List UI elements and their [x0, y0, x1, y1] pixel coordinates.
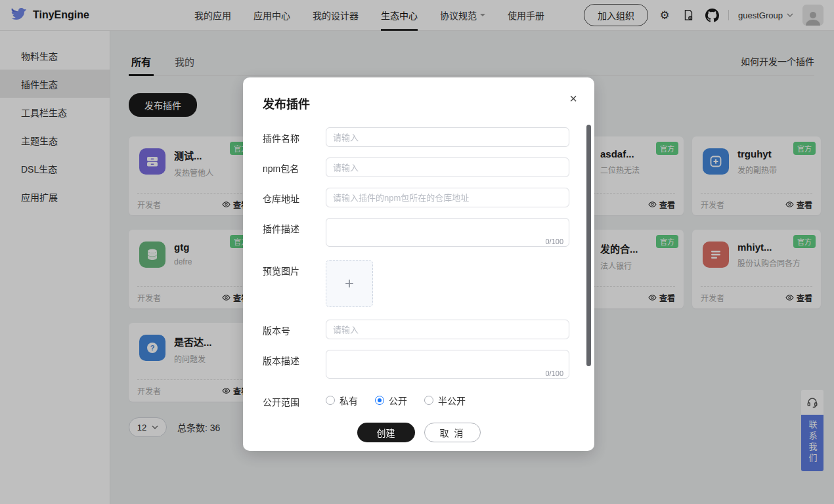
radio-private[interactable]: 私有	[326, 394, 358, 407]
field-label: 版本描述	[263, 350, 326, 367]
field-label: 仓库地址	[263, 188, 326, 205]
plugin-name-input[interactable]	[326, 127, 569, 147]
plugin-description-textarea[interactable]	[326, 218, 569, 247]
field-label: npm包名	[263, 158, 326, 175]
create-button[interactable]: 创建	[357, 423, 415, 442]
field-label: 插件名称	[263, 127, 326, 144]
repo-address-input[interactable]	[326, 188, 569, 207]
field-label: 插件描述	[263, 218, 326, 235]
close-icon[interactable]: ×	[569, 92, 577, 105]
field-label: 版本号	[263, 320, 326, 337]
char-counter: 0/100	[545, 238, 563, 245]
char-counter: 0/100	[545, 369, 563, 377]
modal-title: 发布插件	[263, 94, 575, 112]
version-description-textarea[interactable]	[326, 350, 569, 379]
publish-plugin-modal: × 发布插件 插件名称 npm包名 仓库地址 插件描述 0/100 预览图片 +…	[243, 77, 594, 451]
radio-public[interactable]: 公开	[375, 394, 407, 407]
radio-icon	[424, 396, 433, 405]
radio-semi-public[interactable]: 半公开	[424, 394, 466, 407]
version-number-input[interactable]	[326, 320, 569, 339]
modal-scrollbar-thumb[interactable]	[586, 125, 591, 366]
field-label: 预览图片	[263, 260, 326, 277]
cancel-button[interactable]: 取 消	[424, 423, 481, 442]
radio-icon	[375, 396, 384, 405]
preview-image-upload[interactable]: +	[326, 260, 373, 307]
plus-icon: +	[345, 274, 354, 293]
radio-icon	[326, 396, 335, 405]
npm-package-input[interactable]	[326, 158, 569, 177]
field-label: 公开范围	[263, 391, 326, 408]
